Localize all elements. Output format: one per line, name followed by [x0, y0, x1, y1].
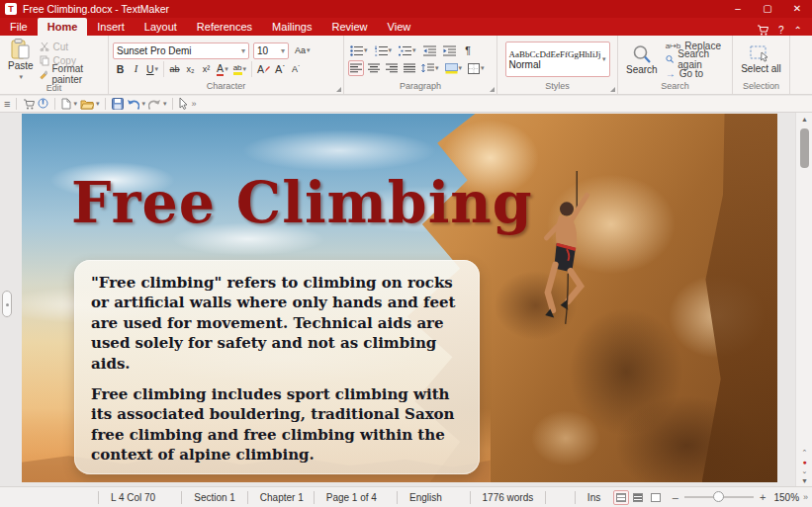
paragraph-2: Free climbing includes sport climbing wi…	[91, 384, 463, 465]
numbered-list-button[interactable]: ▾	[373, 42, 395, 58]
align-center-button[interactable]	[366, 60, 382, 76]
align-right-button[interactable]	[384, 60, 400, 76]
section-indicator[interactable]: Section 1	[182, 492, 247, 503]
app-icon: T	[5, 3, 17, 15]
shrink-font-button[interactable]: A˙	[289, 61, 304, 77]
tab-file[interactable]: File	[0, 18, 38, 36]
cart-icon[interactable]	[23, 99, 35, 110]
highlight-button[interactable]: ab▾	[231, 61, 248, 77]
style-picker[interactable]: AaBbCcDdEeFfGgHhIiJj Normal ▾	[505, 42, 610, 77]
tab-references[interactable]: References	[187, 18, 262, 36]
save-button[interactable]	[112, 98, 124, 110]
zoom-slider[interactable]	[684, 496, 754, 498]
page-indicator[interactable]: Page 1 of 4	[315, 492, 397, 503]
decrease-indent-button[interactable]	[421, 42, 438, 58]
zoom-level[interactable]: 150%	[766, 492, 803, 503]
borders-button[interactable]: ▾	[466, 60, 487, 76]
zoom-out-button[interactable]: –	[673, 491, 678, 503]
browse-object-icon[interactable]: ●	[802, 459, 806, 465]
zoom-slider-knob[interactable]	[713, 491, 724, 502]
bullet-list-button[interactable]: ▾	[348, 42, 370, 58]
language-indicator[interactable]: English	[398, 492, 470, 503]
minimize-button[interactable]: –	[723, 0, 753, 18]
toolbar-overflow-icon[interactable]: »	[191, 99, 196, 109]
view-continuous-button[interactable]	[631, 490, 647, 505]
statusbar-overflow-icon[interactable]: »	[803, 492, 812, 502]
open-document-button[interactable]: ▾	[80, 99, 100, 110]
tab-insert[interactable]: Insert	[87, 18, 135, 36]
cursor-position[interactable]: L 4 Col 70	[99, 492, 181, 503]
change-case-button[interactable]: Aa▾	[293, 42, 313, 58]
group-paragraph: ▾ ▾ ▾	[344, 36, 497, 94]
select-all-button[interactable]: Select all	[737, 44, 785, 75]
tab-mailings[interactable]: Mailings	[262, 18, 321, 36]
font-name-select[interactable]: Sunset Pro Demi▾	[113, 42, 249, 59]
previous-object-icon[interactable]: ⌃	[802, 449, 808, 457]
align-center-icon	[368, 63, 380, 73]
search-again-button[interactable]: Search again	[666, 53, 728, 66]
sidebar-toggle-icon[interactable]: ≡	[4, 98, 10, 110]
document-page[interactable]: Free Climbing "Free climbing" refers to …	[22, 114, 777, 482]
tab-layout[interactable]: Layout	[135, 18, 187, 36]
search-button[interactable]: Search	[622, 43, 662, 76]
redo-button[interactable]: ▾	[148, 99, 167, 110]
group-styles: AaBbCcDdEeFfGgHhIiJj Normal ▾ Styles	[497, 36, 618, 94]
paste-icon	[11, 39, 31, 60]
maximize-button[interactable]: ▢	[753, 0, 782, 18]
paragraph-1: "Free climbing" refers to climbing on ro…	[91, 273, 463, 374]
shop-cart-icon[interactable]	[757, 25, 768, 36]
paste-button[interactable]: Paste ▾	[4, 38, 38, 83]
cut-button[interactable]: Cut	[40, 41, 104, 53]
collapse-ribbon-icon[interactable]: ⌃	[794, 25, 802, 36]
tab-home[interactable]: Home	[38, 18, 88, 36]
bold-button[interactable]: B	[113, 61, 128, 77]
vertical-scrollbar[interactable]: ▲ ⌃ ● ⌄ ▼	[795, 113, 812, 486]
view-normal-button[interactable]	[613, 490, 629, 505]
increase-indent-button[interactable]	[441, 42, 458, 58]
format-painter-button[interactable]: Format painter	[40, 68, 104, 81]
help-icon[interactable]: ?	[778, 25, 784, 36]
sidebar-handle[interactable]	[2, 291, 12, 317]
next-object-icon[interactable]: ⌄	[802, 467, 808, 475]
object-mode-icon[interactable]	[179, 98, 188, 110]
font-color-button[interactable]: A▾	[215, 61, 230, 77]
strikethrough-button[interactable]: ab	[167, 61, 182, 77]
close-button[interactable]: ✕	[782, 0, 812, 18]
grow-font-button[interactable]: A˙	[273, 61, 288, 77]
multilevel-list-button[interactable]: ▾	[397, 42, 418, 58]
font-size-select[interactable]: 10▾	[253, 42, 289, 59]
paste-label: Paste	[8, 60, 34, 71]
insert-mode-indicator[interactable]: Ins	[576, 492, 612, 503]
view-outline-button[interactable]	[648, 490, 664, 505]
character-dialog-launcher[interactable]	[336, 87, 341, 92]
italic-button[interactable]: I	[129, 61, 143, 77]
go-to-button[interactable]: → Go to	[666, 67, 728, 80]
align-left-button[interactable]	[348, 60, 364, 76]
pencil-icon	[264, 65, 270, 73]
shading-button[interactable]: ▾	[443, 60, 465, 76]
paragraph-dialog-launcher[interactable]	[490, 87, 495, 92]
new-document-button[interactable]: ▾	[61, 98, 77, 110]
scrollbar-thumb[interactable]	[800, 128, 809, 168]
paste-dropdown-icon[interactable]: ▾	[20, 71, 24, 82]
document-text-box[interactable]: "Free climbing" refers to climbing on ro…	[74, 260, 480, 474]
styles-dialog-launcher[interactable]	[610, 87, 615, 92]
scroll-up-icon[interactable]: ▲	[796, 113, 812, 127]
tab-review[interactable]: Review	[321, 18, 377, 36]
character-style-button[interactable]: A	[255, 61, 272, 77]
touch-mode-icon[interactable]	[38, 98, 48, 110]
formatting-marks-button[interactable]: ¶	[461, 42, 476, 58]
underline-button[interactable]: U▾	[144, 61, 160, 77]
line-spacing-button[interactable]: ▾	[419, 60, 441, 76]
justify-button[interactable]	[402, 60, 417, 76]
undo-button[interactable]: ▾	[127, 99, 145, 110]
subscript-button[interactable]: x₂	[183, 61, 198, 77]
group-search: Search a↦b Replace Search again → Go to	[618, 36, 733, 94]
styles-dropdown-icon[interactable]: ▾	[602, 55, 606, 63]
word-count[interactable]: 1776 words	[471, 492, 546, 503]
style-preview: AaBbCcDdEeFfGgHhIiJj	[509, 49, 601, 59]
tab-view[interactable]: View	[378, 18, 421, 36]
scroll-down-icon[interactable]: ▼	[801, 477, 808, 484]
chapter-indicator[interactable]: Chapter 1	[248, 492, 314, 503]
superscript-button[interactable]: x²	[199, 61, 214, 77]
